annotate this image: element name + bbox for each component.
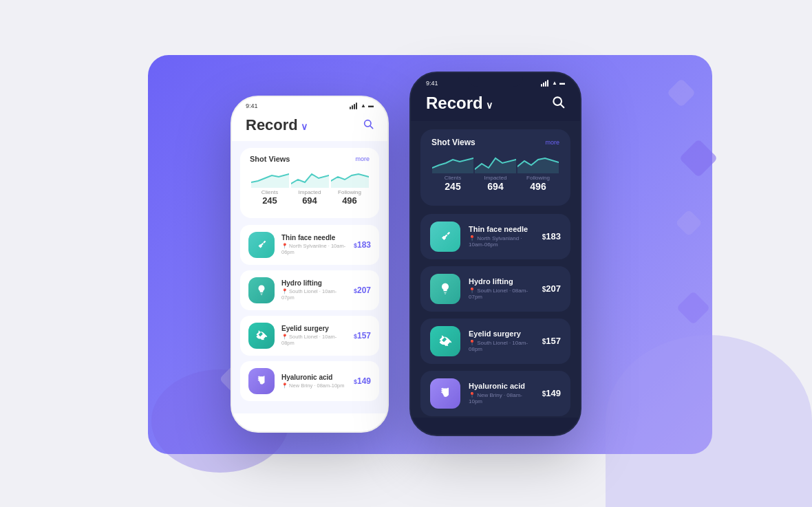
chart-wave-0-dark [432,153,473,173]
chart-value-0-dark: 245 [445,181,460,192]
svg-line-1 [370,126,373,129]
chart-label-0-dark: Clients [445,175,461,181]
header-light: Record ∨ [232,112,387,141]
chart-value-2-light: 496 [342,195,357,206]
service-item-dark-2[interactable]: Eyelid surgery 📍 South Lionel · 10am-08p… [420,319,570,364]
chart-col-1-dark: Impacted 694 [474,153,517,192]
service-name-dark-2: Eyelid surgery [469,330,534,338]
time-dark: 9:41 [426,80,438,87]
service-icon-dark-3 [430,378,460,409]
service-price-light-3: $149 [354,376,371,386]
shot-views-card-light: Shot Views more Clients 245 [240,148,379,218]
chart-value-1-dark: 694 [487,181,503,192]
service-price-light-0: $183 [354,240,371,250]
service-info-light-3: Hyaluronic acid 📍 New Briny · 08am-10pm [281,374,347,389]
header-dark: Record ∨ [411,89,580,121]
service-info-light-0: Thin face needle 📍 North Sylvanline · 10… [281,234,347,255]
service-icon-light-2 [248,323,275,349]
test-icon-light-3 [255,375,268,387]
chart-label-1-light: Impacted [299,189,321,195]
notch-light [282,97,337,111]
bandage-icon-dark-2 [438,334,452,348]
service-item-dark-0[interactable]: Thin face needle 📍 North Sylvanland · 10… [420,214,570,259]
chart-wave-1-light [291,169,329,188]
shot-views-header-light: Shot Views more [250,155,370,163]
service-name-dark-3: Hyaluronic acid [469,382,534,390]
service-item-light-2[interactable]: Eyelid surgery 📍 South Lionel · 10am-08p… [240,316,379,356]
service-icon-dark-2 [430,326,460,356]
search-icon-light [363,118,374,129]
service-price-light-2: $157 [354,331,371,341]
syringe-icon-dark-0 [438,230,452,244]
search-button-light[interactable] [363,118,374,132]
battery-dark: ▬ [559,80,565,86]
bandage-icon-light-2 [255,330,268,342]
status-icons-dark: ▲ ▬ [541,80,565,87]
service-info-dark-3: Hyaluronic acid 📍 New Briny · 08am-10pm [469,382,534,404]
service-name-light-3: Hyaluronic acid [281,374,347,381]
signal-light [350,103,357,109]
search-button-dark[interactable] [551,95,565,111]
shot-views-title-light: Shot Views [250,155,290,163]
chart-wave-0-light [251,169,289,188]
background-blob-right [606,335,812,507]
chart-label-0-light: Clients [261,189,278,195]
service-location-light-0: 📍 North Sylvanline · 10am-06pm [281,243,347,255]
header-title-light: Record ∨ [246,116,308,134]
service-name-dark-0: Thin face needle [469,225,534,233]
service-icon-dark-1 [430,274,460,304]
content-light: Shot Views more Clients 245 [232,141,387,413]
service-name-light-2: Eyelid surgery [281,325,347,332]
svg-line-3 [561,104,564,107]
service-location-dark-0: 📍 North Sylvanland · 10am-06pm [469,235,534,248]
phones-container: 9:41 ▲ ▬ Record ∨ [231,72,581,436]
service-info-light-1: Hydro lifting 📍 South Lionel · 10am-07pm [281,279,347,301]
service-price-dark-1: $207 [542,283,561,294]
service-name-light-0: Thin face needle [281,234,347,241]
chart-col-2-light: Following 496 [330,169,370,206]
service-info-dark-2: Eyelid surgery 📍 South Lionel · 10am-08p… [469,330,534,352]
service-name-light-1: Hydro lifting [281,279,347,287]
service-icon-light-3 [248,368,275,394]
signal-dark [541,80,548,87]
content-dark: Shot Views more Clients 245 [411,121,580,418]
service-price-dark-2: $157 [542,336,561,346]
service-info-dark-1: Hydro lifting 📍 South Lionel · 08am-07pm [469,277,534,300]
status-icons-light: ▲ ▬ [350,103,374,109]
service-icon-light-1 [248,277,275,303]
service-price-dark-3: $149 [542,388,561,398]
service-price-dark-0: $183 [542,231,561,241]
phone-dark: 9:41 ▲ ▬ Record ∨ [409,72,581,436]
shot-views-more-light[interactable]: more [355,155,370,162]
bulb-icon-dark-1 [438,282,452,296]
service-item-dark-1[interactable]: Hydro lifting 📍 South Lionel · 08am-07pm… [420,266,570,312]
search-icon-dark [551,95,565,109]
shot-views-more-dark[interactable]: more [545,139,559,146]
service-location-dark-2: 📍 South Lionel · 10am-08pm [469,340,534,352]
chart-value-0-light: 245 [262,195,277,206]
service-location-light-3: 📍 New Briny · 08am-10pm [281,382,347,389]
syringe-icon-light-0 [255,239,268,251]
service-location-light-1: 📍 South Lionel · 10am-07pm [281,288,347,301]
shot-views-card-dark: Shot Views more Clients 245 [420,129,570,206]
service-location-light-2: 📍 South Lionel · 10am-08pm [281,334,347,346]
chart-col-0-dark: Clients 245 [431,153,474,192]
notch-dark [468,73,523,87]
phone-light: 9:41 ▲ ▬ Record ∨ [231,96,389,433]
test-icon-dark-3 [438,387,452,400]
chart-label-2-light: Following [338,189,361,195]
shot-views-header-dark: Shot Views more [431,138,559,147]
service-price-light-1: $207 [354,285,371,295]
chart-wave-1-dark [475,153,516,173]
chart-wave-2-light [331,169,369,188]
wifi-dark: ▲ [552,80,557,86]
mini-chart-light: Clients 245 Impacted 694 [250,169,370,206]
service-item-light-3[interactable]: Hyaluronic acid 📍 New Briny · 08am-10pm … [240,361,379,401]
wifi-light: ▲ [361,103,366,109]
service-item-dark-3[interactable]: Hyaluronic acid 📍 New Briny · 08am-10pm … [420,371,570,416]
time-light: 9:41 [246,103,258,109]
service-item-light-0[interactable]: Thin face needle 📍 North Sylvanline · 10… [240,225,379,265]
chart-col-2-dark: Following 496 [517,153,559,192]
service-item-light-1[interactable]: Hydro lifting 📍 South Lionel · 10am-07pm… [240,270,379,310]
service-info-light-2: Eyelid surgery 📍 South Lionel · 10am-08p… [281,325,347,346]
